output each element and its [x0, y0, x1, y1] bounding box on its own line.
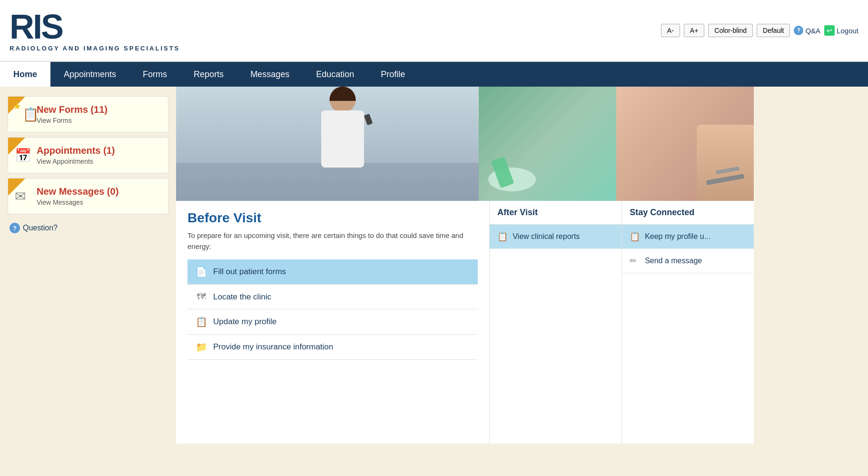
locate-clinic-icon: 🗺: [195, 291, 207, 302]
view-reports-label: View clinical reports: [513, 232, 580, 241]
appointments-card-subtitle: View Appointments: [37, 158, 160, 165]
insurance-icon: 📁: [195, 341, 207, 353]
forms-card-subtitle: View Forms: [37, 117, 160, 124]
panels-row: Before Visit To prepare for an upcoming …: [176, 201, 754, 444]
main-content: ★ 📋 New Forms (11) View Forms 📅 Appointm…: [0, 87, 868, 444]
nav-item-profile[interactable]: Profile: [367, 62, 418, 87]
appointments-card-title: Appointments (1): [37, 145, 160, 156]
action-fill-forms[interactable]: 📄 Fill out patient forms: [187, 259, 478, 285]
before-visit-desc: To prepare for an upcoming visit, there …: [187, 230, 478, 252]
side-image-lab: [479, 87, 616, 201]
nav-item-home[interactable]: Home: [0, 62, 50, 87]
forms-icon: 📋: [22, 107, 39, 122]
right-margin: [754, 87, 868, 444]
content-area: Before Visit To prepare for an upcoming …: [176, 87, 754, 444]
font-increase-button[interactable]: A+: [684, 24, 705, 37]
messages-card[interactable]: ✉ New Messages (0) View Messages: [8, 178, 168, 214]
messages-card-subtitle: View Messages: [37, 198, 160, 206]
send-message-label: Send a message: [645, 257, 702, 265]
qa-link[interactable]: ? Q&A: [794, 26, 820, 35]
side-image-tablet: [616, 87, 754, 201]
qa-label: Q&A: [805, 27, 820, 35]
after-visit-header: After Visit: [490, 201, 622, 224]
action-insurance[interactable]: 📁 Provide my insurance information: [187, 335, 478, 360]
nav-item-appointments[interactable]: Appointments: [50, 62, 129, 87]
keep-profile-link[interactable]: 📋 Keep my profile u...: [622, 225, 754, 249]
appointments-card[interactable]: 📅 Appointments (1) View Appointments: [8, 137, 168, 173]
forms-card-title: New Forms (11): [37, 104, 160, 115]
fill-forms-icon: 📄: [195, 266, 207, 278]
view-reports-link[interactable]: 📋 View clinical reports: [490, 225, 621, 249]
qa-icon: ?: [794, 26, 803, 35]
appointments-icon: 📅: [15, 148, 31, 163]
logo-area: RIS RADIOLOGY AND IMAGING SPECIALISTS: [10, 10, 180, 52]
header: RIS RADIOLOGY AND IMAGING SPECIALISTS A-…: [0, 0, 868, 62]
send-message-icon: ✏: [630, 256, 640, 266]
new-forms-card[interactable]: ★ 📋 New Forms (11) View Forms: [8, 96, 168, 132]
action-update-profile[interactable]: 📋 Update my profile: [187, 309, 478, 335]
before-visit-title: Before Visit: [187, 210, 478, 226]
default-button[interactable]: Default: [757, 24, 790, 37]
sidebar: ★ 📋 New Forms (11) View Forms 📅 Appointm…: [0, 87, 176, 444]
keep-profile-label: Keep my profile u...: [645, 232, 710, 241]
panel-headers: After Visit Stay Connected: [490, 201, 754, 225]
fill-forms-label: Fill out patient forms: [213, 267, 286, 277]
star-icon: ★: [13, 100, 21, 112]
main-image: [176, 87, 479, 201]
nav-item-education[interactable]: Education: [303, 62, 367, 87]
send-message-link[interactable]: ✏ Send a message: [622, 249, 754, 273]
question-link[interactable]: ? Question?: [8, 223, 168, 233]
color-blind-button[interactable]: Color-blind: [708, 24, 753, 37]
keep-profile-icon: 📋: [630, 231, 640, 242]
logo-text: RIS: [10, 10, 180, 44]
logout-link[interactable]: ↩ Logout: [824, 25, 858, 36]
logout-label: Logout: [837, 27, 858, 35]
logo-subtitle: RADIOLOGY AND IMAGING SPECIALISTS: [10, 45, 180, 52]
font-decrease-button[interactable]: A-: [661, 24, 680, 37]
panel-links: 📋 View clinical reports 📋 Keep my profil…: [490, 225, 754, 444]
messages-icon: ✉: [15, 188, 26, 204]
update-profile-label: Update my profile: [213, 317, 276, 327]
question-icon: ?: [10, 223, 20, 233]
locate-clinic-label: Locate the clinic: [213, 292, 271, 302]
messages-card-title: New Messages (0): [37, 186, 160, 197]
after-visit-col: 📋 View clinical reports: [490, 225, 622, 444]
images-row: [176, 87, 754, 201]
question-label: Question?: [23, 224, 58, 232]
stay-connected-header: Stay Connected: [622, 201, 754, 224]
nav-item-reports[interactable]: Reports: [180, 62, 237, 87]
after-stay-panels: After Visit Stay Connected 📋 View clinic…: [490, 201, 754, 444]
logout-icon: ↩: [824, 25, 835, 36]
header-controls: A- A+ Color-blind Default ? Q&A ↩ Logout: [661, 24, 858, 37]
update-profile-icon: 📋: [195, 316, 207, 327]
stay-connected-col: 📋 Keep my profile u... ✏ Send a message: [622, 225, 754, 444]
nav-item-messages[interactable]: Messages: [237, 62, 303, 87]
before-visit-panel: Before Visit To prepare for an upcoming …: [176, 201, 490, 444]
nav-bar: Home Appointments Forms Reports Messages…: [0, 62, 868, 87]
action-locate-clinic[interactable]: 🗺 Locate the clinic: [187, 285, 478, 309]
nav-item-forms[interactable]: Forms: [129, 62, 180, 87]
insurance-label: Provide my insurance information: [213, 342, 333, 352]
view-reports-icon: 📋: [497, 231, 508, 242]
